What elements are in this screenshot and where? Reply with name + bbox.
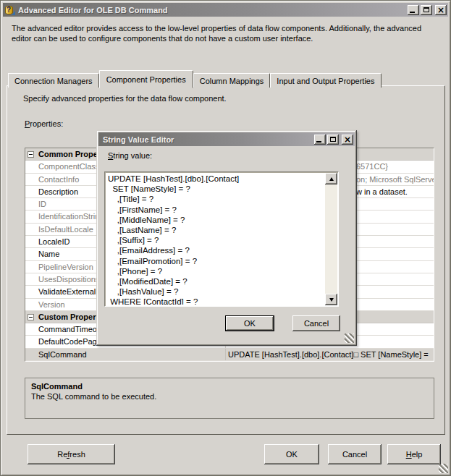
oledb-command-help-icon: ?: [4, 5, 15, 15]
selected-property-description: The SQL command to be executed.: [31, 392, 428, 401]
refresh-button[interactable]: Refresh: [28, 444, 115, 464]
property-description-panel: SqlCommand The SQL command to be execute…: [25, 378, 434, 419]
string-editor-ok-button[interactable]: OK: [225, 315, 274, 331]
properties-label: Properties:: [25, 119, 63, 128]
advanced-editor-window: ? Advanced Editor for OLE DB Command × T…: [0, 0, 451, 476]
arrow-down-icon: [329, 298, 334, 302]
tab-component-properties[interactable]: Component Properties: [99, 70, 193, 88]
property-row-sqlcommand[interactable]: SqlCommand UPDATE [HashTest].[dbo].[Cont…: [25, 349, 434, 361]
question-mark-glyph: ?: [7, 6, 11, 14]
vertical-scrollbar[interactable]: [325, 173, 337, 305]
scroll-down-button[interactable]: [325, 294, 337, 305]
property-value: UPDATE [HashTest].[dbo].[Contact]□ SET […: [225, 349, 434, 360]
close-button[interactable]: ×: [342, 135, 353, 145]
maximize-button[interactable]: [421, 5, 432, 15]
main-titlebar[interactable]: ? Advanced Editor for OLE DB Command ×: [3, 3, 448, 17]
string-editor-cancel-button[interactable]: Cancel: [292, 315, 340, 331]
maximize-icon: [423, 7, 429, 12]
close-button[interactable]: ×: [435, 5, 447, 15]
ok-button-label: OK: [244, 319, 256, 328]
refresh-button-label: Refresh: [57, 450, 85, 459]
minimize-button[interactable]: [314, 135, 326, 145]
pen-mark-icon: [12, 11, 15, 15]
string-value-textbox[interactable]: UPDATE [HashTest].[dbo].[Contact] SET [N…: [104, 171, 339, 307]
help-button[interactable]: Help: [387, 444, 441, 464]
minimize-button[interactable]: [408, 5, 419, 15]
selected-property-name: SqlCommand: [31, 382, 428, 391]
cancel-button-label: Cancel: [304, 319, 329, 328]
window-resize-grip[interactable]: [439, 464, 448, 473]
maximize-button[interactable]: [327, 135, 339, 145]
minimize-icon: [316, 141, 321, 143]
collapse-icon[interactable]: [28, 314, 34, 320]
close-icon: ×: [437, 7, 444, 14]
ok-button[interactable]: OK: [264, 444, 319, 464]
ok-button-label: OK: [286, 450, 298, 459]
maximize-icon: [330, 137, 336, 142]
sql-command-text[interactable]: UPDATE [HashTest].[dbo].[Contact] SET [N…: [105, 172, 324, 305]
scroll-up-button[interactable]: [325, 173, 337, 184]
tab-strip: Connection Managers Component Properties…: [8, 69, 382, 88]
cancel-button[interactable]: Cancel: [328, 444, 382, 464]
window-title: Advanced Editor for OLE DB Command: [18, 6, 408, 14]
tab-connection-managers[interactable]: Connection Managers: [8, 73, 99, 88]
dialog-resize-grip[interactable]: [345, 333, 354, 343]
arrow-up-icon: [329, 177, 334, 181]
collapse-icon[interactable]: [28, 151, 34, 158]
string-value-editor-dialog: String Value Editor × String value: UPDA…: [96, 130, 357, 346]
minimize-icon: [410, 12, 415, 13]
dialog-description: The advanced editor provides access to t…: [12, 23, 442, 43]
help-button-label: Help: [406, 450, 423, 459]
string-value-label: String value:: [108, 151, 152, 160]
close-icon: ×: [344, 136, 351, 143]
tab-column-mappings[interactable]: Column Mappings: [193, 73, 271, 88]
string-editor-titlebar[interactable]: String Value Editor ×: [98, 132, 355, 146]
tab-input-output-properties[interactable]: Input and Output Properties: [270, 73, 381, 88]
string-editor-title: String Value Editor: [103, 135, 314, 144]
property-name: SqlCommand: [25, 349, 225, 360]
cancel-button-label: Cancel: [342, 450, 367, 459]
page-instruction: Specify advanced properties for the data…: [23, 94, 227, 103]
